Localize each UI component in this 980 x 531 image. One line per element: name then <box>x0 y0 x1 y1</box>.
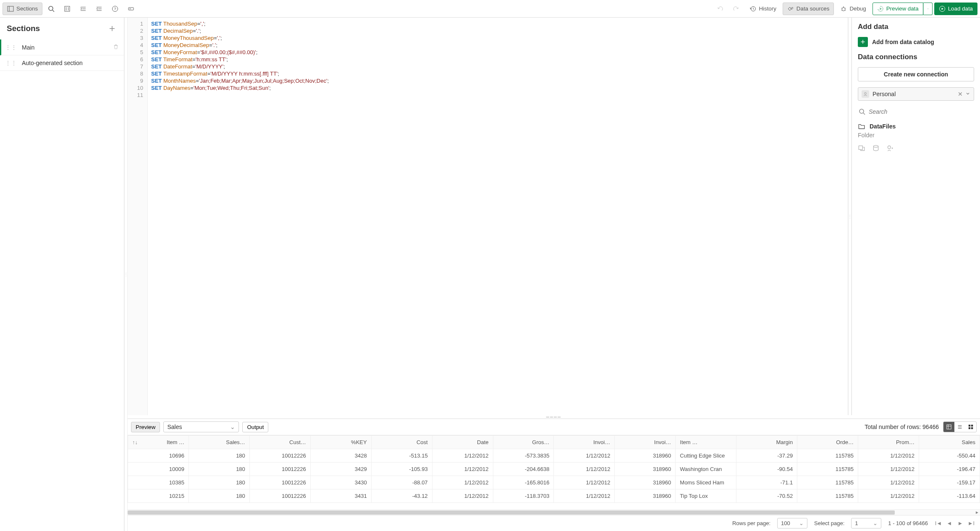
svg-point-2 <box>49 6 53 10</box>
page-range-label: 1 - 100 of 96466 <box>888 520 928 526</box>
connection-dropdown-button[interactable] <box>965 91 970 97</box>
table-cell: 318960 <box>615 489 676 503</box>
datafiles-label: DataFiles <box>870 123 896 130</box>
chevron-down-icon: ⌄ <box>230 424 235 430</box>
table-cell: 3431 <box>310 489 371 503</box>
debug-button[interactable]: Debug <box>836 3 870 15</box>
code-editor[interactable]: SET ThousandSep=',';SET DecimalSep='.';S… <box>148 18 848 415</box>
table-icon <box>946 424 952 430</box>
column-header[interactable]: Orde… <box>797 436 858 449</box>
column-header[interactable]: Sales… <box>189 436 249 449</box>
horizontal-scrollbar[interactable]: ◄ ► <box>128 509 980 515</box>
table-cell: 10012226 <box>249 489 310 503</box>
preview-icon <box>877 5 884 12</box>
table-selector[interactable]: Sales ⌄ <box>163 421 239 432</box>
sections-toggle-button[interactable]: Sections <box>3 3 42 15</box>
table-cell: Washington Cran <box>676 463 736 476</box>
variables-button[interactable] <box>124 3 138 15</box>
add-section-button[interactable] <box>107 24 117 34</box>
connection-search-input[interactable] <box>869 108 973 115</box>
select-page-selector[interactable]: 1 ⌄ <box>851 518 881 528</box>
view-grid-button[interactable] <box>965 422 976 432</box>
delete-section-button[interactable] <box>113 44 119 51</box>
column-header[interactable]: Prom… <box>858 436 919 449</box>
add-from-catalog-button[interactable]: + Add from data catalog <box>858 37 974 47</box>
data-sources-button[interactable]: Data sources <box>783 3 834 15</box>
view-table-button[interactable] <box>943 422 954 432</box>
preview-data-label: Preview data <box>886 5 919 12</box>
plus-icon <box>109 25 115 32</box>
table-cell: -513.15 <box>371 449 432 463</box>
column-header[interactable]: Cost <box>371 436 432 449</box>
redo-button[interactable] <box>729 3 743 15</box>
sections-title: Sections <box>7 24 40 33</box>
column-header[interactable]: Date <box>432 436 493 449</box>
table-row[interactable]: 10696180100122263428-513.151/12/2012-573… <box>128 449 980 463</box>
view-list-button[interactable] <box>954 422 965 432</box>
history-label: History <box>759 5 776 12</box>
drag-handle-icon[interactable]: ⋮⋮ <box>5 44 17 51</box>
table-cell: 1/12/2012 <box>554 489 615 503</box>
table-row[interactable]: 10385180100122263430-88.071/12/2012-165.… <box>128 476 980 489</box>
drag-handle-icon[interactable]: ⋮⋮ <box>5 60 17 66</box>
preview-pane: Preview Sales ⌄ Output Total number of r… <box>128 419 980 531</box>
data-grid-scroll[interactable]: ↑↓Item …Sales…Cust…%KEYCostDateGros…Invo… <box>128 435 980 509</box>
table-cell: 180 <box>189 476 249 489</box>
section-item[interactable]: ⋮⋮ Auto-generated section <box>0 55 124 71</box>
bottom-resize-handle[interactable]: ════ <box>128 415 980 419</box>
history-button[interactable]: History <box>745 3 781 15</box>
svg-point-32 <box>873 145 878 147</box>
table-cell: -88.07 <box>371 476 432 489</box>
section-item[interactable]: ⋮⋮ Main <box>0 39 124 55</box>
next-page-button[interactable]: ► <box>956 520 964 526</box>
svg-line-30 <box>863 113 865 115</box>
add-from-catalog-label: Add from data catalog <box>872 39 934 45</box>
panel-icon <box>7 5 14 12</box>
svg-point-18 <box>842 8 845 11</box>
section-label: Auto-generated section <box>22 60 83 66</box>
help-button[interactable]: ? <box>108 3 122 15</box>
table-cell: -105.93 <box>371 463 432 476</box>
outdent-button[interactable] <box>92 3 106 15</box>
column-header[interactable]: Sales <box>919 436 980 449</box>
column-header[interactable]: ↑↓Item … <box>128 436 189 449</box>
preview-data-button[interactable]: Preview data <box>873 3 923 15</box>
undo-button[interactable] <box>713 3 727 15</box>
last-page-button[interactable]: ►I <box>967 520 975 526</box>
first-page-button[interactable]: I◄ <box>935 520 942 526</box>
prev-page-button[interactable]: ◄ <box>946 520 953 526</box>
connection-selector[interactable]: Personal ✕ <box>858 87 974 101</box>
clear-connection-button[interactable]: ✕ <box>958 91 963 97</box>
output-tab[interactable]: Output <box>242 422 268 432</box>
table-row[interactable]: 10009180100122263429-105.931/12/2012-204… <box>128 463 980 476</box>
column-header[interactable]: %KEY <box>310 436 371 449</box>
table-cell: -196.47 <box>919 463 980 476</box>
column-header[interactable]: Margin <box>736 436 797 449</box>
load-data-button[interactable]: Load data <box>934 3 977 15</box>
grid-icon <box>968 424 974 430</box>
preview-data-dropdown[interactable] <box>923 3 933 15</box>
right-resize-handle[interactable]: ⋮ <box>848 18 852 415</box>
column-header[interactable]: Invoi… <box>554 436 615 449</box>
table-row[interactable]: 10215180100122263431-43.121/12/2012-118.… <box>128 489 980 503</box>
table-cell: 1/12/2012 <box>554 463 615 476</box>
rows-per-page-selector[interactable]: 100 ⌄ <box>777 518 807 528</box>
search-button[interactable] <box>44 3 58 15</box>
column-header[interactable]: Invoi… <box>615 436 676 449</box>
insert-script-button[interactable] <box>872 144 880 153</box>
upload-data-button[interactable] <box>886 144 894 153</box>
table-cell: 1/12/2012 <box>554 449 615 463</box>
preview-tab[interactable]: Preview <box>131 422 160 432</box>
indent-button[interactable] <box>76 3 90 15</box>
create-connection-button[interactable]: Create new connection <box>858 67 974 81</box>
pager: Rows per page: 100 ⌄ Select page: 1 ⌄ 1 … <box>128 515 980 531</box>
left-resize-handle[interactable]: ⋮ <box>124 18 128 531</box>
column-header[interactable]: Gros… <box>493 436 554 449</box>
select-data-button[interactable] <box>858 144 865 153</box>
table-cell: 318960 <box>615 476 676 489</box>
table-cell: 115785 <box>797 476 858 489</box>
column-header[interactable]: Item … <box>676 436 736 449</box>
comment-button[interactable] <box>60 3 74 15</box>
datafiles-folder[interactable]: DataFiles <box>858 123 974 130</box>
column-header[interactable]: Cust… <box>249 436 310 449</box>
